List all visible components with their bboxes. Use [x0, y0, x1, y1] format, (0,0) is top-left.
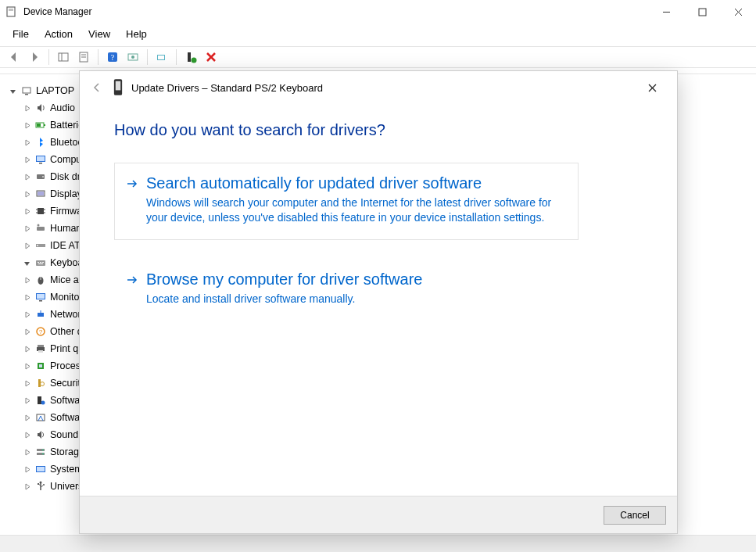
expand-collapse-icon[interactable] [22, 361, 31, 371]
menubar: File Action View Help [0, 23, 756, 46]
expand-collapse-icon[interactable] [22, 447, 31, 457]
svg-rect-38 [37, 227, 45, 231]
monitor-icon [34, 291, 47, 303]
svg-rect-60 [39, 364, 42, 367]
option-description: Windows will search your computer and th… [146, 195, 559, 225]
svg-rect-21 [23, 88, 30, 93]
dialog-device-name: Standard PS/2 Keyboard [210, 82, 323, 94]
svg-point-68 [42, 450, 44, 451]
expand-collapse-icon[interactable] [22, 464, 31, 474]
toolbar-separator [176, 49, 177, 65]
svg-rect-1 [9, 9, 13, 11]
option-browse-manual[interactable]: Browse my computer for driver software L… [114, 259, 579, 321]
expand-collapse-icon[interactable] [22, 155, 31, 164]
dialog-body: How do you want to search for drivers? S… [80, 104, 677, 496]
svg-point-64 [41, 401, 45, 405]
dialog-footer: Cancel [80, 496, 677, 533]
svg-rect-32 [38, 192, 44, 195]
battery-icon [34, 119, 47, 131]
svg-rect-45 [42, 262, 44, 263]
svg-rect-56 [38, 345, 44, 347]
close-button[interactable] [720, 0, 756, 23]
swcomp-icon [34, 394, 47, 407]
update-driver-button[interactable] [152, 48, 171, 66]
svg-text:?: ? [39, 328, 43, 335]
expand-collapse-icon[interactable] [22, 138, 31, 147]
svg-rect-44 [40, 262, 41, 263]
nav-back-button[interactable] [5, 48, 23, 66]
svg-rect-3 [699, 9, 706, 16]
nav-forward-button[interactable] [25, 48, 44, 66]
show-hide-tree-button[interactable] [54, 48, 73, 66]
tree-node-label: Audio [50, 99, 75, 116]
toolbar: ? [0, 46, 756, 68]
expand-collapse-icon[interactable] [22, 103, 31, 113]
expand-collapse-icon[interactable] [22, 344, 31, 353]
svg-point-73 [40, 482, 42, 484]
expand-collapse-icon[interactable] [22, 482, 31, 491]
disk-icon [34, 170, 47, 183]
arrow-right-icon [126, 177, 138, 190]
option-search-auto[interactable]: Search automatically for updated driver … [114, 163, 579, 240]
sound-icon [34, 428, 47, 441]
expand-collapse-icon[interactable] [22, 206, 31, 216]
svg-point-30 [42, 176, 44, 177]
expand-collapse-icon[interactable] [8, 86, 17, 95]
toolbar-separator [98, 49, 99, 65]
expand-collapse-icon[interactable] [22, 413, 31, 422]
help-button[interactable]: ? [103, 48, 122, 66]
expand-collapse-icon[interactable] [22, 189, 31, 199]
dialog-back-button[interactable] [88, 78, 106, 97]
enable-device-button[interactable] [181, 48, 200, 66]
svg-rect-6 [59, 53, 68, 61]
expand-collapse-icon[interactable] [22, 258, 31, 267]
bluetooth-icon [34, 136, 47, 149]
svg-rect-24 [44, 124, 45, 126]
swdev-icon [34, 411, 47, 424]
expand-collapse-icon[interactable] [22, 378, 31, 388]
properties-button[interactable] [74, 48, 93, 66]
expand-collapse-icon[interactable] [22, 172, 31, 181]
dialog-heading: How do you want to search for drivers? [114, 121, 655, 139]
window-title: Device Manager [23, 6, 91, 17]
expand-collapse-icon[interactable] [22, 430, 31, 439]
storage-icon [34, 446, 47, 458]
dialog-close-button[interactable] [636, 76, 668, 99]
expand-collapse-icon[interactable] [22, 310, 31, 319]
svg-rect-74 [38, 483, 39, 485]
app-icon [5, 5, 17, 18]
svg-rect-43 [38, 262, 39, 263]
menu-help[interactable]: Help [120, 27, 153, 41]
svg-rect-71 [37, 467, 45, 471]
svg-point-75 [43, 484, 45, 486]
svg-rect-52 [38, 313, 44, 317]
expand-collapse-icon[interactable] [22, 275, 31, 285]
expand-collapse-icon[interactable] [22, 241, 31, 250]
svg-rect-17 [188, 52, 191, 62]
expand-collapse-icon[interactable] [22, 292, 31, 302]
svg-rect-50 [37, 294, 45, 299]
usb-icon [34, 480, 47, 493]
mouse-icon [34, 274, 47, 286]
display-icon [34, 188, 47, 200]
svg-point-39 [38, 224, 40, 227]
cancel-button[interactable]: Cancel [604, 506, 666, 525]
expand-collapse-icon[interactable] [22, 120, 31, 130]
menu-action[interactable]: Action [38, 27, 79, 41]
svg-rect-42 [36, 260, 45, 266]
scan-hardware-button[interactable] [124, 48, 142, 66]
svg-rect-25 [37, 124, 41, 127]
menu-file[interactable]: File [6, 27, 35, 41]
ide-icon [34, 239, 47, 252]
uninstall-device-button[interactable] [202, 48, 220, 66]
expand-collapse-icon[interactable] [22, 224, 31, 233]
expand-collapse-icon[interactable] [22, 327, 31, 336]
maximize-button[interactable] [684, 0, 720, 23]
svg-rect-51 [39, 300, 42, 302]
menu-view[interactable]: View [82, 27, 116, 41]
svg-rect-46 [38, 263, 43, 264]
expand-collapse-icon[interactable] [22, 396, 31, 405]
svg-text:?: ? [111, 53, 115, 62]
minimize-button[interactable] [648, 0, 684, 23]
computer-icon [20, 84, 33, 97]
